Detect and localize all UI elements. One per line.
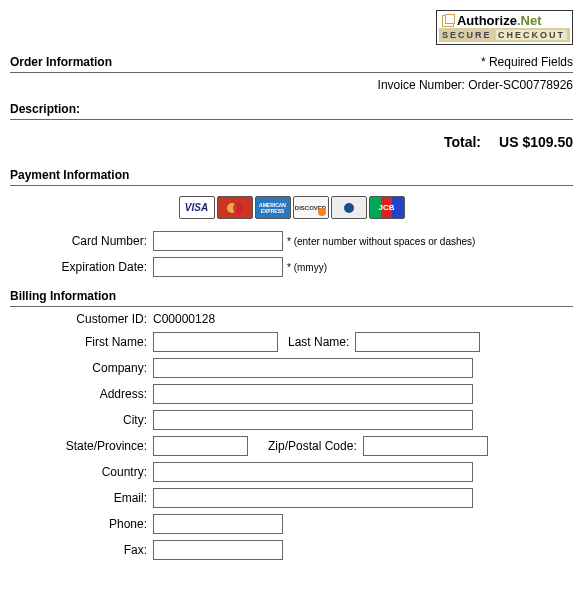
city-label: City:: [10, 413, 153, 427]
payment-information-heading: Payment Information: [10, 168, 573, 182]
badge-icon: [442, 15, 454, 27]
invoice-number-label: Invoice Number:: [378, 78, 465, 92]
amex-card-icon: AMERICAN EXPRESS: [255, 196, 291, 219]
email-label: Email:: [10, 491, 153, 505]
authorize-net-badge: Authorize.Net SECURE CHECKOUT: [436, 10, 573, 45]
country-label: Country:: [10, 465, 153, 479]
zip-input[interactable]: [363, 436, 488, 456]
zip-label: Zip/Postal Code:: [268, 439, 357, 453]
address-input[interactable]: [153, 384, 473, 404]
expiration-date-hint: * (mmyy): [287, 262, 327, 273]
city-input[interactable]: [153, 410, 473, 430]
last-name-input[interactable]: [355, 332, 480, 352]
jcb-card-icon: JCB: [369, 196, 405, 219]
first-name-input[interactable]: [153, 332, 278, 352]
description-heading: Description:: [10, 102, 573, 116]
total-label: Total:: [444, 134, 481, 150]
customer-id-label: Customer ID:: [10, 312, 153, 326]
first-name-label: First Name:: [10, 335, 153, 349]
required-fields-note: * Required Fields: [481, 55, 573, 69]
address-label: Address:: [10, 387, 153, 401]
order-information-heading: Order Information: [10, 55, 112, 69]
state-label: State/Province:: [10, 439, 153, 453]
company-input[interactable]: [153, 358, 473, 378]
card-number-input[interactable]: [153, 231, 283, 251]
phone-label: Phone:: [10, 517, 153, 531]
diners-card-icon: [331, 196, 367, 219]
customer-id-value: C00000128: [153, 312, 215, 326]
email-input[interactable]: [153, 488, 473, 508]
mastercard-icon: [217, 196, 253, 219]
card-number-label: Card Number:: [10, 234, 153, 248]
company-label: Company:: [10, 361, 153, 375]
invoice-number-value: Order-SC00778926: [468, 78, 573, 92]
country-input[interactable]: [153, 462, 473, 482]
total-value: US $109.50: [499, 134, 573, 150]
discover-card-icon: DISCOVER: [293, 196, 329, 219]
card-number-hint: * (enter number without spaces or dashes…: [287, 236, 475, 247]
state-input[interactable]: [153, 436, 248, 456]
phone-input[interactable]: [153, 514, 283, 534]
expiration-date-input[interactable]: [153, 257, 283, 277]
expiration-date-label: Expiration Date:: [10, 260, 153, 274]
visa-card-icon: VISA: [179, 196, 215, 219]
fax-label: Fax:: [10, 543, 153, 557]
billing-information-heading: Billing Information: [10, 289, 573, 303]
badge-brand: Authorize.Net: [457, 13, 542, 28]
last-name-label: Last Name:: [288, 335, 349, 349]
badge-secure-checkout: SECURE CHECKOUT: [439, 28, 570, 42]
fax-input[interactable]: [153, 540, 283, 560]
accepted-cards: VISA AMERICAN EXPRESS DISCOVER JCB: [10, 196, 573, 219]
